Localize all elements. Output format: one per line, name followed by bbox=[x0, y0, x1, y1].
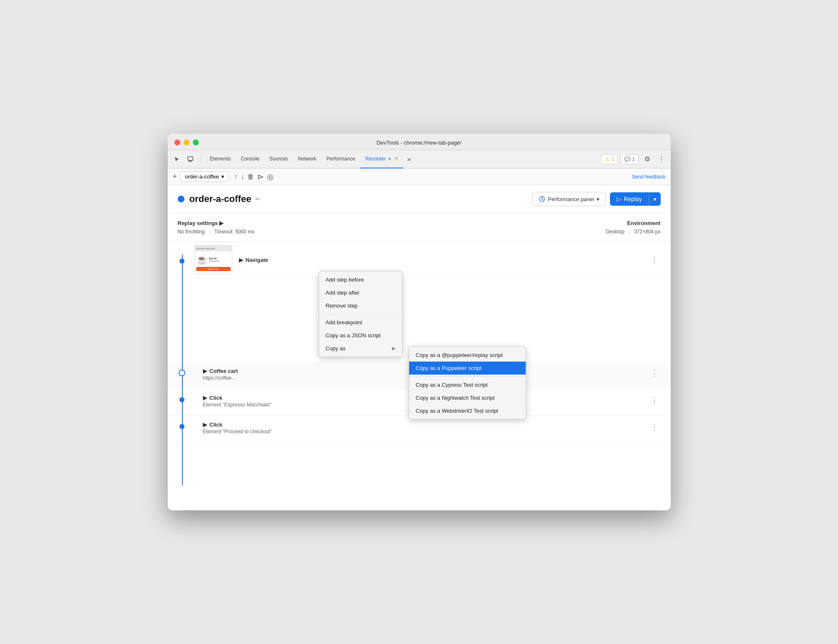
step-dot-click2 bbox=[179, 424, 184, 429]
recording-selector[interactable]: order-a-coffee ▾ bbox=[180, 171, 229, 182]
replay-button-group: ▷ Replay ▾ bbox=[610, 192, 661, 206]
tab-network[interactable]: Network bbox=[293, 150, 322, 168]
step-more-coffee[interactable]: ⋮ bbox=[648, 368, 661, 379]
start-recording-icon[interactable]: ⊳ bbox=[257, 172, 264, 181]
context-copy-as[interactable]: Copy as ▶ bbox=[319, 342, 402, 355]
copy-puppeteer-replay[interactable]: Copy as a @puppeteer/replay script bbox=[409, 349, 526, 362]
step-expand-coffee: ▶ bbox=[203, 368, 207, 374]
thumbnail-image: Espresso Macchiato ☕ $12.00 Espresso bbox=[195, 246, 232, 274]
svg-rect-0 bbox=[188, 157, 193, 160]
recording-indicator bbox=[178, 196, 184, 202]
performance-panel-button[interactable]: Performance panel ▾ bbox=[532, 192, 606, 206]
step-dot-click1 bbox=[179, 397, 184, 402]
secondary-context-menu: Copy as a @puppeteer/replay script Copy … bbox=[409, 347, 526, 419]
replay-dropdown-button[interactable]: ▾ bbox=[649, 192, 661, 206]
step-subtitle-click2: Element "Proceed to checkout" bbox=[203, 429, 648, 435]
cursor-icon[interactable] bbox=[171, 153, 183, 165]
submenu-arrow-icon: ▶ bbox=[392, 346, 395, 351]
add-recording-button[interactable]: + bbox=[173, 172, 177, 181]
edit-recording-icon[interactable]: ✏ bbox=[255, 196, 260, 202]
step-more-click1[interactable]: ⋮ bbox=[648, 395, 661, 406]
devtools-window: DevTools - chrome://new-tab-page/ Elemen… bbox=[168, 134, 671, 510]
settings-icon[interactable]: ⚙ bbox=[641, 153, 653, 165]
tab-separator bbox=[201, 155, 202, 163]
tab-console[interactable]: Console bbox=[236, 150, 265, 168]
tab-elements[interactable]: Elements bbox=[205, 150, 236, 168]
tab-recorder[interactable]: Recorder ✕ bbox=[360, 150, 403, 168]
traffic-lights bbox=[174, 140, 199, 145]
recording-header: order-a-coffee ✏ Performance panel ▾ ▷ bbox=[168, 185, 671, 213]
warning-icon: ⚠ bbox=[605, 156, 610, 162]
thumbnail-body: ☕ $12.00 Espresso Add to Cart bbox=[195, 251, 232, 272]
more-options-icon[interactable]: ⋮ bbox=[656, 153, 667, 165]
steps-container: Espresso Macchiato ☕ $12.00 Espresso bbox=[168, 242, 671, 510]
step-content-click2: ▶ Click Element "Proceed to checkout" bbox=[203, 422, 648, 435]
performance-panel-label: Performance panel bbox=[548, 196, 594, 202]
svg-rect-1 bbox=[189, 161, 192, 162]
context-add-before[interactable]: Add step before bbox=[319, 273, 402, 286]
settings-area: Replay settings ▶ No throttling | Timeou… bbox=[168, 213, 671, 242]
replay-settings: Replay settings ▶ No throttling | Timeou… bbox=[178, 220, 606, 235]
copy-puppeteer-script[interactable]: Copy as a Puppeteer script bbox=[409, 362, 526, 375]
import-icon[interactable]: ↓ bbox=[241, 173, 244, 181]
step-dot-coffee bbox=[179, 370, 185, 376]
replay-dropdown-icon: ▾ bbox=[654, 196, 656, 202]
recording-name-label: order-a-coffee bbox=[185, 173, 219, 180]
step-navigate: Espresso Macchiato ☕ $12.00 Espresso bbox=[168, 242, 671, 278]
tab-close-icon[interactable]: ✕ bbox=[394, 156, 398, 161]
replay-label: Replay bbox=[624, 196, 642, 202]
chat-count: 1 bbox=[632, 156, 635, 162]
step-more-navigate[interactable]: ⋮ bbox=[648, 254, 661, 265]
tabs-right: ⚠ 1 💬 1 ⚙ ⋮ bbox=[601, 153, 667, 165]
dropdown-arrow-icon: ▾ bbox=[221, 173, 224, 180]
step-expand-click1: ▶ bbox=[203, 395, 207, 401]
step-title-navigate[interactable]: ▶ Navigate bbox=[239, 257, 648, 263]
perf-panel-dropdown-icon: ▾ bbox=[597, 196, 599, 202]
step-title-click2[interactable]: ▶ Click bbox=[203, 422, 648, 428]
send-feedback-link[interactable]: Send feedback bbox=[632, 174, 665, 180]
environment-details: Desktop | 372×804 px bbox=[606, 229, 660, 235]
context-add-breakpoint[interactable]: Add breakpoint bbox=[319, 316, 402, 329]
inspect-icon[interactable] bbox=[184, 153, 196, 165]
device-label: Desktop bbox=[606, 229, 624, 235]
copy-nightwatch[interactable]: Copy as a Nightwatch Test script bbox=[409, 391, 526, 404]
context-add-after[interactable]: Add step after bbox=[319, 286, 402, 299]
chat-badge[interactable]: 💬 1 bbox=[620, 154, 639, 164]
step-more-click2[interactable]: ⋮ bbox=[648, 422, 661, 432]
export-icon[interactable]: ↑ bbox=[234, 173, 237, 181]
resolution-label: 372×804 px bbox=[634, 229, 660, 235]
chat-icon: 💬 bbox=[624, 156, 630, 162]
thumbnail-header: Espresso Macchiato bbox=[195, 246, 232, 251]
delete-icon[interactable]: 🗑 bbox=[247, 173, 254, 181]
environment-settings: Environment Desktop | 372×804 px bbox=[606, 220, 660, 235]
environment-title: Environment bbox=[606, 220, 660, 226]
replay-play-icon: ▷ bbox=[617, 196, 621, 202]
step-expand-click2: ▶ bbox=[203, 422, 207, 428]
maximize-button[interactable] bbox=[193, 140, 199, 145]
header-right-actions: Performance panel ▾ ▷ Replay ▾ bbox=[532, 192, 660, 206]
throttling-label: No throttling bbox=[178, 229, 205, 235]
copy-webdriverio[interactable]: Copy as a WebdriverIO Test script bbox=[409, 404, 526, 417]
secondary-separator bbox=[409, 376, 526, 377]
replay-button[interactable]: ▷ Replay bbox=[610, 192, 649, 206]
step-thumbnail-navigate: Espresso Macchiato ☕ $12.00 Espresso bbox=[195, 245, 232, 274]
copy-cypress[interactable]: Copy as a Cypress Test script bbox=[409, 378, 526, 391]
settings-divider: | bbox=[209, 229, 210, 235]
step-dot-navigate bbox=[179, 259, 184, 264]
primary-context-menu: Add step before Add step after Remove st… bbox=[319, 271, 402, 357]
replay-settings-title[interactable]: Replay settings ▶ bbox=[178, 220, 606, 226]
performance-panel-icon bbox=[539, 196, 545, 202]
more-tabs-icon[interactable]: » bbox=[403, 153, 415, 165]
context-copy-json[interactable]: Copy as a JSON script bbox=[319, 329, 402, 342]
replay-settings-details: No throttling | Timeout: 5000 ms bbox=[178, 229, 606, 235]
tab-performance[interactable]: Performance bbox=[322, 150, 361, 168]
close-button[interactable] bbox=[174, 140, 180, 145]
recording-title: order-a-coffee bbox=[189, 194, 252, 204]
settings-recording-icon[interactable]: ◎ bbox=[267, 172, 274, 181]
warning-badge[interactable]: ⚠ 1 bbox=[601, 154, 618, 164]
context-remove-step[interactable]: Remove step bbox=[319, 299, 402, 312]
minimize-button[interactable] bbox=[184, 140, 189, 145]
tabs-bar: Elements Console Sources Network Perform… bbox=[168, 150, 671, 168]
tab-sources[interactable]: Sources bbox=[265, 150, 293, 168]
devtools-panel: Elements Console Sources Network Perform… bbox=[168, 150, 671, 510]
